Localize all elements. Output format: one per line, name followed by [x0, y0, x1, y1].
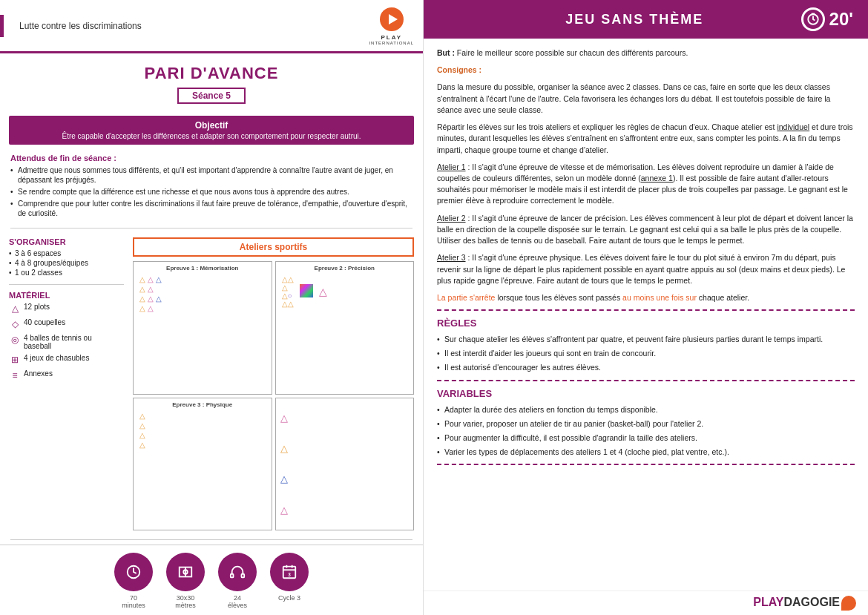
svg-rect-6: [242, 574, 245, 578]
materiel-item-chasubles: ⊞ 4 jeux de chasubles: [9, 354, 113, 366]
right-header: JEU SANS THÈME 20': [424, 0, 868, 39]
field-icon: [177, 564, 194, 580]
materiel-annexes-label: Annexes: [24, 369, 53, 378]
play-logo: PLAY INTERNATIONAL: [369, 6, 414, 45]
play-logo-wordmark: PLAY: [381, 34, 402, 41]
annexes-icon: ≡: [9, 369, 21, 381]
minutes-sub: minutes: [122, 602, 145, 609]
icon-metres: 30x30 mètres: [166, 553, 205, 609]
objectif-text: Être capable d'accepter les différences …: [21, 132, 402, 140]
cycle-circle: 3: [270, 553, 309, 591]
bottom-icons: 70 minutes 30x30 mètres: [0, 545, 423, 615]
organiser-item-3: 1 ou 2 classes: [9, 269, 120, 277]
annexe1-link: annexe 1: [641, 174, 673, 182]
regles-header: RÈGLES: [437, 317, 855, 331]
regles-item-3: Il est autorisé d'encourager les autres …: [437, 362, 855, 373]
ateliers-section: Ateliers sportifs Epreuve 1 : Mémorisati…: [133, 237, 414, 530]
icon-cycle: 3 Cycle 3: [270, 553, 309, 609]
terrain2-content: △△ △ △○ △△ △: [279, 274, 411, 309]
materiel-section: MATÉRIEL △ 12 plots ◇ 40 coupelles ◎ 4 b…: [9, 291, 113, 385]
atelier2-para: Atelier 2 : Il s'agit d'une épreuve de l…: [437, 213, 855, 247]
dashed-divider-1: [437, 309, 855, 311]
organiser-item-2: 4 à 8 groupes/équipes: [9, 259, 120, 267]
regles-item-2: Il est interdit d'aider les joueurs qui …: [437, 348, 855, 359]
partie-arrete-para: La partie s'arrête lorsque tous les élèv…: [437, 292, 855, 303]
clock-icon: [125, 564, 142, 580]
variables-header: VARIABLES: [437, 387, 855, 401]
main-title: PARI D'AVANCE: [15, 64, 408, 83]
plots-icon: △: [9, 303, 21, 315]
eleves-label: 24 élèves: [228, 594, 247, 609]
repartir-para: Répartir les élèves sur les trois atelie…: [437, 122, 855, 156]
materiel-item-annexes: ≡ Annexes: [9, 369, 113, 381]
terrain2-label: Epreuve 2 : Précision: [279, 265, 411, 272]
consignes-label: Consignes :: [437, 65, 481, 74]
top-bar-title: Lutte contre les discriminations: [19, 21, 369, 31]
divider-3: [10, 539, 412, 540]
icon-minutes: 70 minutes: [114, 553, 153, 609]
divider-1: [10, 228, 412, 228]
materiel-item-coupelles: ◇ 40 coupelles: [9, 318, 113, 330]
field-circle: [166, 553, 205, 591]
eleves-circle: [218, 553, 257, 591]
objectif-title: Objectif: [21, 120, 402, 131]
materiel-item-plots: △ 12 plots: [9, 303, 113, 315]
organiser-item-1: 3 à 6 espaces: [9, 249, 120, 257]
playdagogie-logo: [841, 596, 856, 611]
variables-item-4: Varier les types de déplacements des ate…: [437, 447, 855, 458]
terrain-diagrams: Epreuve 1 : Mémorisation △△△ △△ △△△ △△ E…: [133, 261, 414, 530]
consignes-label-para: Consignes :: [437, 65, 855, 76]
but-paragraph: But : Faire le meilleur score possible s…: [437, 47, 855, 59]
playdagogie-brand: PLAYDAGOGIE: [753, 596, 856, 611]
materiel-coupelles-label: 40 coupelles: [24, 318, 65, 326]
time-badge: 20': [801, 7, 853, 31]
atelier1-link: Atelier 1: [437, 162, 466, 171]
atelier1-para: Atelier 1 : Il s'agit d'une épreuve de v…: [437, 162, 855, 207]
but-text: Faire le meilleur score possible sur cha…: [457, 48, 688, 57]
cycle-sub: Cycle 3: [278, 594, 300, 602]
balles-icon: ◎: [9, 334, 21, 346]
headphones-icon: [229, 564, 246, 580]
top-bar: Lutte contre les discriminations PLAY IN…: [0, 0, 423, 53]
right-panel: JEU SANS THÈME 20' But : Faire le meille…: [423, 0, 868, 615]
timer-icon: [806, 13, 820, 26]
attendus-section: Attendus de fin de séance : Admettre que…: [0, 149, 423, 223]
au-moins-text: au moins une fois sur: [622, 293, 697, 302]
regles-item-1: Sur chaque atelier les élèves s'affronte…: [437, 334, 855, 345]
but-label: But :: [437, 48, 455, 57]
ateliers-sportifs-button[interactable]: Ateliers sportifs: [133, 237, 414, 257]
coupelles-icon: ◇: [9, 318, 21, 330]
terrain3-content: △ △ △ △: [137, 410, 269, 450]
right-footer: PLAYDAGOGIE: [424, 591, 868, 615]
materiel-plots-label: 12 plots: [24, 303, 50, 311]
lower-left: S'ORGANISER 3 à 6 espaces 4 à 8 groupes/…: [0, 233, 423, 535]
calendar-icon: 3: [281, 564, 297, 580]
cycle-label: Cycle 3: [278, 594, 300, 602]
dagogie-text: DAGOGIE: [783, 596, 840, 608]
metres-sub: mètres: [175, 602, 196, 609]
dashed-divider-3: [437, 464, 855, 465]
time-value: 20': [829, 9, 853, 30]
left-panel: Lutte contre les discriminations PLAY IN…: [0, 0, 423, 615]
variables-item-2: Pour varier, proposer un atelier de tir …: [437, 418, 855, 430]
terrain1-content: △△△ △△ △△△ △△: [137, 274, 269, 314]
organiser-section: S'ORGANISER 3 à 6 espaces 4 à 8 groupes/…: [9, 237, 120, 278]
consignes-intro: Dans la mesure du possible, organiser la…: [437, 82, 855, 116]
variables-item-3: Pour augmenter la difficulté, il est pos…: [437, 433, 855, 444]
play-text: PLAY: [753, 596, 783, 608]
terrain3-label: Epreuve 3 : Physique: [137, 401, 269, 408]
attendus-title: Attendus de fin de séance :: [10, 154, 412, 162]
dashed-divider-2: [437, 380, 855, 381]
terrain-epreuve1: Epreuve 1 : Mémorisation △△△ △△ △△△ △△: [133, 261, 272, 395]
objectif-box: Objectif Être capable d'accepter les dif…: [9, 116, 414, 145]
terrain-epreuve3: Epreuve 3 : Physique △ △ △ △: [133, 398, 272, 531]
individuel-text: individuel: [777, 122, 809, 131]
clock-circle: [114, 553, 153, 591]
variables-item-1: Adapter la durée des ateliers en fonctio…: [437, 404, 855, 415]
organiser-title: S'ORGANISER: [9, 237, 120, 246]
materiel-item-balles: ◎ 4 balles de tennis ou baseball: [9, 334, 113, 350]
metres-label: 30x30 mètres: [175, 594, 196, 609]
partie-arrete-text: La partie s'arrête: [437, 293, 495, 302]
svg-text:3: 3: [288, 572, 291, 577]
atelier2-link: Atelier 2: [437, 214, 466, 223]
